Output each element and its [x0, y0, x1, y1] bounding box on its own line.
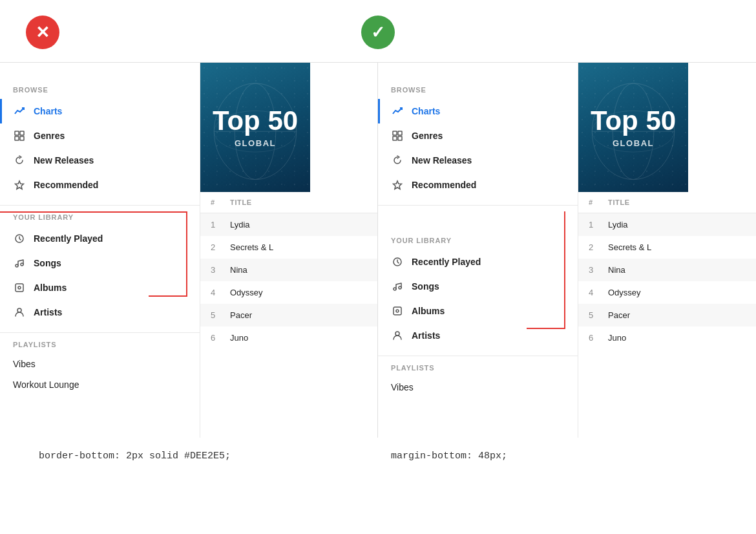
track-list-right: # TITLE 1Lydia 2Secrets & L 3Nina 4Odyss…: [578, 192, 756, 349]
svg-rect-3: [20, 136, 24, 140]
track-row[interactable]: 6Juno: [578, 326, 756, 349]
track-row[interactable]: 5Pacer: [578, 304, 756, 326]
panel-left: BROWSE Charts: [0, 63, 378, 438]
albums-icon-left: [13, 281, 26, 294]
browse-label-left: BROWSE: [0, 86, 200, 99]
svg-point-10: [17, 308, 21, 312]
sidebar-item-genres-left[interactable]: Genres: [0, 123, 200, 148]
sidebar-item-albums-right[interactable]: Albums: [378, 299, 578, 323]
svg-rect-16: [398, 131, 402, 135]
track-row[interactable]: 1Lydia: [200, 213, 377, 236]
artists-icon-right: [391, 329, 404, 342]
sidebar-divider2-right: [378, 356, 578, 356]
col-title-header-left: TITLE: [230, 198, 367, 206]
library-label-left: YOUR LIBRARY: [0, 213, 200, 226]
svg-point-21: [394, 288, 396, 290]
sidebar-item-songs-left[interactable]: Songs: [0, 251, 200, 275]
track-list-left: # TITLE 1Lydia 2Secrets & L 3Nina 4Odyss…: [200, 192, 377, 349]
sidebar-divider-left: [0, 205, 200, 206]
panels-wrapper: BROWSE Charts: [0, 63, 756, 438]
panel-right: BROWSE Charts: [378, 63, 756, 438]
sidebar-item-recommended-right[interactable]: Recommended: [378, 173, 578, 197]
sidebar-item-recentlyplayed-left[interactable]: Recently Played: [0, 226, 200, 251]
browse-label-right: BROWSE: [378, 86, 578, 99]
sidebar-divider2-left: [0, 332, 200, 333]
bottom-labels: border-bottom: 2px solid #DEE2E5; margin…: [0, 438, 756, 475]
svg-rect-18: [398, 136, 402, 140]
genres-icon-left: [13, 129, 26, 142]
albums-icon-right: [391, 304, 404, 317]
col-title-header-right: TITLE: [608, 198, 746, 206]
sidebar-left: BROWSE Charts: [0, 63, 200, 438]
track-row[interactable]: 2Secrets & L: [578, 236, 756, 259]
songs-icon-left: [13, 257, 26, 270]
col-num-header-right: #: [589, 198, 608, 206]
svg-marker-19: [394, 181, 402, 189]
wrong-icon: ✕: [26, 16, 59, 49]
sidebar-item-newreleases-right[interactable]: New Releases: [378, 148, 578, 173]
sidebar-item-genres-right[interactable]: Genres: [378, 123, 578, 148]
track-row[interactable]: 3Nina: [578, 259, 756, 281]
svg-point-7: [21, 263, 23, 266]
svg-rect-1: [20, 131, 24, 135]
chart-preview-right: Top 50 GLOBAL # TITLE 1Lydia 2Secrets & …: [578, 63, 756, 438]
chart-top-text-right: Top 50: [591, 107, 676, 134]
songs-icon-right: [391, 280, 404, 293]
track-list-header-left: # TITLE: [200, 192, 377, 213]
svg-rect-2: [15, 136, 19, 140]
bottom-label-left: border-bottom: 2px solid #DEE2E5;: [26, 451, 378, 462]
svg-point-6: [16, 264, 18, 267]
svg-rect-0: [15, 131, 19, 135]
sidebar-item-songs-right[interactable]: Songs: [378, 274, 578, 299]
chart-card-right: Top 50 GLOBAL: [578, 63, 688, 192]
top-icons-row: ✕ ✓: [0, 0, 756, 62]
svg-rect-15: [393, 131, 397, 135]
chart-top-text-left: Top 50: [213, 107, 298, 134]
track-row[interactable]: 1Lydia: [578, 213, 756, 236]
newreleases-icon-right: [391, 154, 404, 167]
playlist-workout-left[interactable]: Workout Lounge: [0, 374, 200, 395]
track-row[interactable]: 3Nina: [200, 259, 377, 281]
charts-icon-right: [391, 105, 404, 118]
playlists-label-right: PLAYLISTS: [378, 364, 578, 377]
track-row[interactable]: 4Odyssey: [200, 281, 377, 304]
artists-icon-left: [13, 306, 26, 319]
svg-point-9: [18, 286, 21, 289]
sidebar-item-recentlyplayed-right[interactable]: Recently Played: [378, 250, 578, 274]
svg-rect-8: [16, 284, 23, 292]
track-list-header-right: # TITLE: [578, 192, 756, 213]
chart-preview-left: Top 50 GLOBAL # TITLE 1Lydia 2Secrets & …: [200, 63, 377, 438]
track-row[interactable]: 2Secrets & L: [200, 236, 377, 259]
playlist-vibes-right[interactable]: Vibes: [378, 377, 578, 398]
svg-point-24: [396, 310, 399, 312]
track-row[interactable]: 6Juno: [200, 326, 377, 349]
bottom-label-right: margin-bottom: 48px;: [378, 451, 730, 462]
col-num-header-left: #: [211, 198, 230, 206]
sidebar-divider-right: [378, 205, 578, 206]
sidebar-item-artists-right[interactable]: Artists: [378, 323, 578, 348]
svg-point-25: [395, 332, 399, 336]
chart-global-text-right: GLOBAL: [613, 138, 654, 148]
recommended-icon-right: [391, 178, 404, 191]
library-label-right: YOUR LIBRARY: [378, 237, 578, 250]
genres-icon-right: [391, 129, 404, 142]
playlists-label-left: PLAYLISTS: [0, 341, 200, 354]
sidebar-item-newreleases-left[interactable]: New Releases: [0, 148, 200, 173]
recentlyplayed-icon-right: [391, 255, 404, 268]
sidebar-item-charts-left[interactable]: Charts: [0, 99, 200, 123]
newreleases-icon-left: [13, 154, 26, 167]
sidebar-item-charts-right[interactable]: Charts: [378, 99, 578, 123]
sidebar-item-recommended-left[interactable]: Recommended: [0, 173, 200, 197]
svg-marker-4: [16, 181, 24, 189]
charts-icon-left: [13, 105, 26, 118]
sidebar-item-albums-left[interactable]: Albums: [0, 275, 200, 300]
recommended-icon-left: [13, 178, 26, 191]
track-row[interactable]: 4Odyssey: [578, 281, 756, 304]
chart-card-left: Top 50 GLOBAL: [200, 63, 310, 192]
playlist-vibes-left[interactable]: Vibes: [0, 354, 200, 374]
track-row[interactable]: 5Pacer: [200, 304, 377, 326]
sidebar-item-artists-left[interactable]: Artists: [0, 300, 200, 325]
svg-point-22: [399, 286, 401, 289]
chart-global-text-left: GLOBAL: [235, 138, 276, 148]
sidebar-right: BROWSE Charts: [378, 63, 578, 438]
